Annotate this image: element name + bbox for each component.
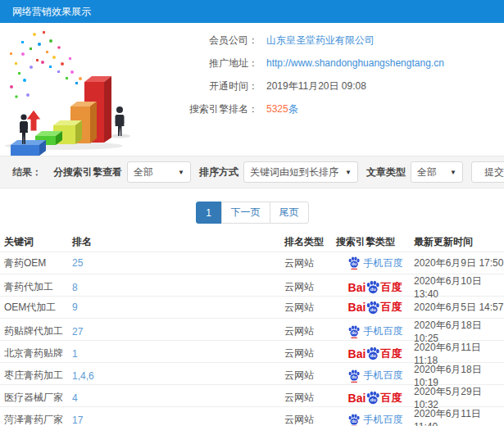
engine-filter-select[interactable]: 全部 ▼ [127, 161, 191, 183]
rank-type-cell: 云网站 [284, 301, 336, 315]
engine-filter-label: 分搜索引擎查看 [53, 165, 122, 179]
keyword-cell: 北京膏药贴牌 [4, 347, 72, 360]
last-page-button[interactable]: 尾页 [270, 202, 309, 224]
engine-cell: du 百度 Bai du 百度 [336, 391, 414, 406]
baidu-paw-icon: du [366, 280, 379, 294]
rank-link[interactable]: 1,4,6 [72, 370, 284, 382]
baidu-logo-cn-text: 百度 [380, 347, 402, 361]
submit-button[interactable]: 提交 [471, 161, 504, 183]
svg-text:du: du [370, 397, 376, 402]
rank-type-cell: 云网站 [284, 413, 336, 426]
table-header-row: 关键词 排名 排名类型 搜索引擎类型 最新更新时间 [0, 232, 504, 252]
engine-rank-count[interactable]: 5325条 [266, 102, 298, 116]
engine-cell: du 手机百度 Bai du 手机百度 [336, 369, 414, 383]
engine-filter-value: 全部 [134, 165, 153, 179]
engine-cell: du 手机百度 Bai du 手机百度 [336, 413, 414, 426]
baidu-logo-bai-text: Bai [348, 392, 366, 405]
update-time-cell: 2020年6月10日 13:40 [414, 274, 504, 300]
svg-text:du: du [352, 331, 356, 335]
chevron-down-icon: ▼ [450, 169, 456, 176]
rank-link[interactable]: 9 [72, 301, 284, 313]
baidu-logo: Bai du 百度 [348, 300, 402, 315]
mobile-baidu-label: 手机百度 [364, 256, 403, 270]
engine-cell: du 百度 Bai du 百度 [336, 300, 414, 315]
baidu-paw-icon: du [366, 301, 379, 315]
marketing-chart-illustration [0, 23, 160, 156]
mobile-baidu-label: 手机百度 [364, 413, 403, 426]
header-engine-type: 搜索引擎类型 [336, 235, 414, 249]
article-type-label: 文章类型 [366, 165, 406, 179]
rank-link[interactable]: 8 [72, 282, 284, 293]
keyword-cell: 药贴牌代加工 [4, 324, 72, 338]
table-row: 菏泽膏药厂家 17 云网站 du 手机百度 Bai [0, 406, 504, 426]
open-time-label: 开通时间： [160, 79, 258, 93]
engine-cell: du 手机百度 Bai du 手机百度 [336, 256, 414, 270]
rank-link[interactable]: 25 [72, 257, 284, 269]
keyword-cell: 膏药OEM [4, 256, 72, 270]
mobile-baidu-badge: du 手机百度 [347, 413, 403, 426]
article-type-value: 全部 [417, 165, 437, 179]
baidu-paw-icon: du [347, 414, 360, 426]
header-keyword: 关键词 [4, 235, 72, 249]
engine-cell: du 百度 Bai du 百度 [336, 280, 414, 295]
keyword-cell: 菏泽膏药厂家 [4, 413, 72, 426]
rank-link[interactable]: 17 [72, 415, 284, 426]
engine-cell: du 手机百度 Bai du 手机百度 [336, 324, 414, 338]
baidu-logo-bai-text: Bai [348, 281, 366, 294]
baidu-logo: Bai du 百度 [348, 347, 402, 361]
rank-type-cell: 云网站 [284, 324, 336, 338]
baidu-paw-icon: du [347, 256, 360, 270]
chevron-down-icon: ▼ [345, 169, 352, 176]
result-label: 结果： [12, 165, 42, 179]
bar-blue [11, 140, 46, 156]
update-time-cell: 2020年6月11日 11:40 [414, 407, 504, 426]
baidu-logo: Bai du 百度 [348, 280, 402, 295]
svg-text:du: du [370, 307, 376, 312]
company-link[interactable]: 山东皇圣堂药业有限公司 [266, 34, 375, 48]
info-row-rank-count: 搜索引擎排名： 5325条 [160, 97, 504, 120]
sort-label: 排序方式 [199, 165, 238, 179]
table-row: 膏药OEM 25 云网站 du 手机百度 Bai [0, 252, 504, 274]
promotion-url-link[interactable]: http://www.shandonghuangshengtang.cn [266, 57, 444, 69]
article-type-select[interactable]: 全部 ▼ [411, 161, 463, 183]
pagination: 1 下一页 尾页 [196, 202, 309, 232]
table-row: 医疗器械厂家 4 云网站 du 百度 Bai [0, 384, 504, 406]
next-page-button[interactable]: 下一页 [221, 202, 270, 224]
update-time-cell: 2020年6月9日 17:50 [414, 256, 504, 270]
rank-link[interactable]: 1 [72, 348, 284, 360]
keyword-cell: 膏药代加工 [4, 280, 72, 294]
svg-text:du: du [352, 262, 356, 266]
results-table: 关键词 排名 排名类型 搜索引擎类型 最新更新时间 膏药OEM 25 云网站 d… [0, 232, 504, 426]
info-row-company: 会员公司： 山东皇圣堂药业有限公司 [160, 29, 504, 52]
rank-link[interactable]: 27 [72, 326, 284, 338]
page-button-current[interactable]: 1 [196, 202, 222, 224]
page-header: 网络营销效果展示 [0, 0, 504, 23]
table-row: 药贴牌代加工 27 云网站 du 手机百度 Bai [0, 318, 504, 340]
info-fields: 会员公司： 山东皇圣堂药业有限公司 推广地址： http://www.shand… [160, 23, 504, 156]
update-time-cell: 2020年6月5日 14:57 [414, 301, 504, 315]
rank-count-number: 5325 [266, 103, 288, 115]
header-rank: 排名 [72, 235, 284, 249]
rank-link[interactable]: 4 [72, 392, 284, 404]
rank-type-cell: 云网站 [284, 280, 336, 294]
filter-group: 分搜索引擎查看 全部 ▼ 排序方式 关键词由短到长排序 ▼ 文章类型 全部 ▼ … [45, 161, 504, 183]
baidu-paw-icon: du [347, 325, 360, 338]
table-body: 膏药OEM 25 云网站 du 手机百度 Bai [0, 252, 504, 426]
baidu-logo-cn-text: 百度 [380, 300, 402, 315]
svg-text:du: du [352, 375, 356, 379]
baidu-logo-bai-text: Bai [348, 347, 366, 360]
info-row-open-time: 开通时间： 2019年11月20日 09:08 [160, 75, 504, 97]
baidu-logo-cn-text: 百度 [380, 391, 402, 406]
rank-type-cell: 云网站 [284, 256, 336, 270]
baidu-paw-icon: du [366, 347, 379, 360]
rank-type-cell: 云网站 [284, 391, 336, 405]
sort-select[interactable]: 关键词由短到长排序 ▼ [243, 161, 358, 183]
baidu-logo-cn-text: 百度 [380, 280, 402, 295]
promotion-url-label: 推广地址： [160, 57, 258, 70]
svg-text:du: du [370, 353, 376, 358]
page-title: 网络营销效果展示 [12, 6, 91, 17]
header-update-time: 最新更新时间 [414, 235, 504, 249]
baidu-paw-icon: du [366, 391, 379, 405]
mobile-baidu-badge: du 手机百度 [347, 324, 403, 338]
mobile-baidu-label: 手机百度 [364, 324, 403, 338]
